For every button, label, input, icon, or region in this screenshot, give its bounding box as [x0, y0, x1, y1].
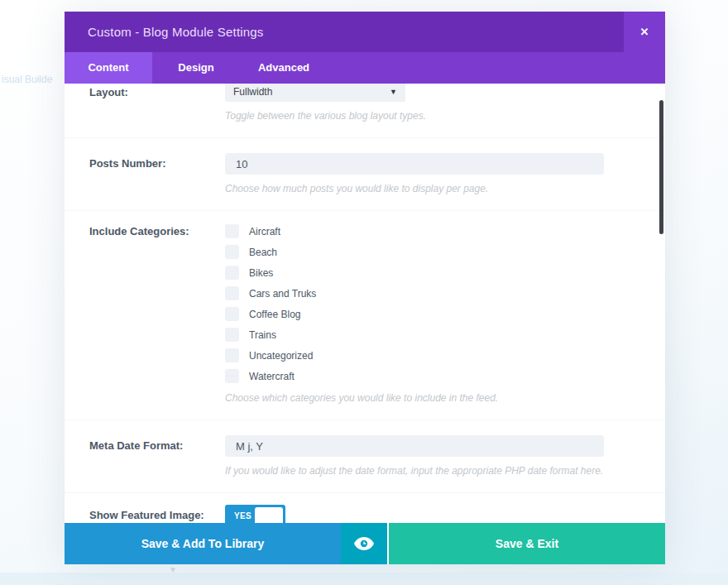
- category-label: Uncategorized: [249, 350, 313, 362]
- modal-title: Custom - Blog Module Settings: [65, 12, 665, 52]
- blog-module-settings-modal: Custom - Blog Module Settings ✕ Content …: [65, 12, 665, 564]
- modal-header: Custom - Blog Module Settings ✕: [65, 12, 665, 52]
- posts-number-input[interactable]: [225, 153, 604, 175]
- category-option-uncategorized[interactable]: Uncategorized: [225, 345, 640, 366]
- show-featured-image-row: Show Featured Image: YES: [65, 493, 665, 523]
- vertical-scrollbar-thumb[interactable]: [659, 100, 663, 234]
- preview-button[interactable]: [341, 523, 387, 564]
- category-label: Aircraft: [249, 226, 280, 237]
- tab-bar: Content Design Advanced: [65, 52, 665, 84]
- eye-icon: [354, 537, 374, 550]
- category-option-beach[interactable]: Beach: [225, 242, 640, 262]
- page-bottom-band: [0, 573, 728, 585]
- category-option-cars-and-truks[interactable]: Cars and Truks: [225, 283, 640, 304]
- checkbox-icon[interactable]: [225, 245, 239, 259]
- checkbox-icon[interactable]: [225, 328, 239, 342]
- category-option-coffee-blog[interactable]: Coffee Blog: [225, 304, 640, 324]
- checkbox-icon[interactable]: [225, 348, 239, 362]
- category-label: Trains: [249, 329, 276, 341]
- close-icon: ✕: [640, 26, 649, 38]
- checkbox-icon[interactable]: [225, 266, 239, 280]
- show-featured-image-toggle[interactable]: YES: [225, 505, 285, 523]
- toggle-knob[interactable]: [255, 507, 283, 523]
- layout-label: Layout:: [89, 84, 225, 122]
- chevron-down-icon: ▼: [390, 88, 397, 96]
- category-label: Cars and Truks: [249, 288, 316, 300]
- category-option-trains[interactable]: Trains: [225, 324, 640, 345]
- layout-description: Toggle between the various blog layout t…: [225, 109, 640, 122]
- category-option-aircraft[interactable]: Aircraft: [225, 221, 640, 242]
- save-and-exit-button[interactable]: Save & Exit: [389, 523, 665, 564]
- category-label: Coffee Blog: [249, 309, 301, 320]
- close-button[interactable]: ✕: [624, 12, 665, 52]
- meta-date-format-description: If you would like to adjust the date for…: [225, 464, 640, 477]
- layout-select[interactable]: Fullwidth ▼: [225, 84, 405, 102]
- posts-number-description: Choose how much posts you would like to …: [225, 182, 640, 195]
- meta-date-format-row: Meta Date Format: If you would like to a…: [65, 420, 665, 493]
- toggle-state-text: YES: [234, 511, 251, 520]
- checkbox-icon[interactable]: [225, 224, 239, 238]
- meta-date-format-label: Meta Date Format:: [89, 435, 225, 477]
- save-add-to-library-button[interactable]: Save & Add To Library: [65, 523, 341, 564]
- show-featured-image-label: Show Featured Image:: [89, 505, 225, 523]
- tab-design[interactable]: Design: [152, 52, 240, 84]
- checkbox-icon[interactable]: [225, 286, 239, 300]
- category-label: Beach: [249, 247, 277, 258]
- tab-advanced[interactable]: Advanced: [240, 52, 328, 84]
- include-categories-label: Include Categories:: [89, 221, 225, 405]
- layout-row: Layout: Fullwidth ▼ Toggle between the v…: [65, 84, 665, 138]
- modal-footer: Save & Add To Library Save & Exit: [65, 523, 665, 564]
- meta-date-format-input[interactable]: [225, 435, 604, 457]
- background-faint-text: isual Builde: [2, 74, 64, 85]
- include-categories-description: Choose which categories you would like t…: [225, 391, 640, 405]
- checkbox-icon[interactable]: [225, 369, 239, 383]
- category-label: Watercraft: [249, 371, 295, 382]
- settings-scroll-area: Layout: Fullwidth ▼ Toggle between the v…: [65, 84, 665, 523]
- category-option-bikes[interactable]: Bikes: [225, 262, 640, 283]
- tab-content[interactable]: Content: [65, 52, 152, 84]
- include-categories-row: Include Categories: Aircraft Beach Bikes: [65, 211, 665, 420]
- posts-number-label: Posts Number:: [89, 153, 225, 195]
- layout-select-value: Fullwidth: [233, 86, 272, 98]
- category-label: Bikes: [249, 267, 273, 279]
- category-option-watercraft[interactable]: Watercraft: [225, 366, 640, 386]
- checkbox-icon[interactable]: [225, 307, 239, 321]
- posts-number-row: Posts Number: Choose how much posts you …: [65, 138, 665, 211]
